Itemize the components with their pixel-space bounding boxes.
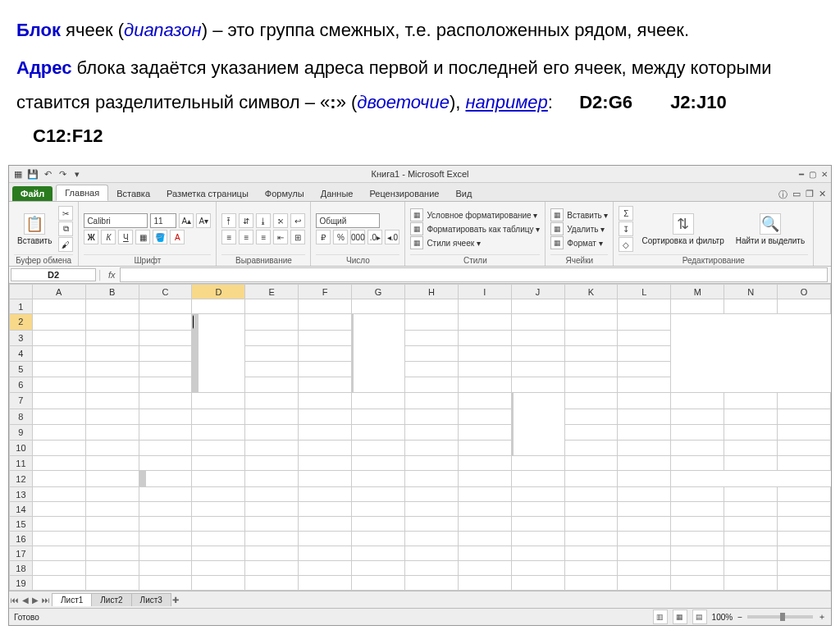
cell[interactable] <box>778 424 831 440</box>
cell[interactable] <box>458 299 511 314</box>
cell[interactable] <box>564 576 618 591</box>
cell[interactable] <box>352 456 405 471</box>
cell[interactable] <box>671 487 724 502</box>
cell[interactable] <box>352 424 405 440</box>
cell[interactable] <box>32 546 85 561</box>
cell[interactable] <box>85 393 139 409</box>
border-icon[interactable]: ▦ <box>135 230 150 244</box>
format-painter-icon[interactable]: 🖌 <box>58 237 73 252</box>
cell[interactable] <box>139 361 192 377</box>
row-header-14[interactable]: 14 <box>10 502 33 517</box>
cell[interactable] <box>458 440 511 456</box>
cell[interactable] <box>245 299 299 314</box>
cell[interactable] <box>512 409 514 424</box>
cell[interactable] <box>85 299 139 314</box>
cell[interactable] <box>618 409 671 424</box>
cell[interactable] <box>299 393 352 409</box>
cell[interactable] <box>671 456 724 471</box>
row-header-16[interactable]: 16 <box>10 532 33 546</box>
cell[interactable] <box>139 532 192 546</box>
cell[interactable] <box>778 561 831 576</box>
cell-styles-button[interactable]: ▦Стили ячеек ▾ <box>410 236 540 249</box>
view-break-icon[interactable]: ▤ <box>692 609 707 624</box>
save-icon[interactable]: 💾 <box>27 168 39 180</box>
col-header-E[interactable]: E <box>245 285 299 299</box>
cell[interactable] <box>352 561 405 576</box>
select-all-corner[interactable] <box>10 285 33 299</box>
col-header-A[interactable]: A <box>32 285 85 299</box>
cell[interactable] <box>671 502 724 517</box>
cell[interactable] <box>618 502 671 517</box>
col-header-B[interactable]: B <box>85 285 139 299</box>
cell[interactable] <box>458 471 511 487</box>
cell[interactable] <box>458 330 511 345</box>
cell[interactable] <box>724 576 778 591</box>
cell[interactable] <box>192 532 245 546</box>
cell[interactable] <box>32 561 85 576</box>
cell[interactable] <box>245 517 299 532</box>
cell[interactable] <box>511 546 564 561</box>
cell[interactable] <box>618 424 671 440</box>
cell[interactable] <box>32 314 85 331</box>
format-cells-button[interactable]: ▦Формат ▾ <box>550 236 608 249</box>
inc-decimal-icon[interactable]: .0▸ <box>368 230 382 244</box>
cell[interactable] <box>511 517 564 532</box>
cell[interactable] <box>618 314 671 331</box>
cell[interactable] <box>564 330 618 345</box>
cell[interactable] <box>458 517 511 532</box>
cell[interactable] <box>245 456 299 471</box>
col-header-N[interactable]: N <box>724 285 778 299</box>
cell[interactable] <box>564 471 618 487</box>
cell[interactable] <box>511 576 564 591</box>
cell[interactable] <box>511 471 564 487</box>
cell[interactable] <box>564 377 618 393</box>
cell[interactable] <box>404 409 458 424</box>
sort-filter-button[interactable]: ⇅Сортировка и фильтр <box>638 212 727 247</box>
cell[interactable] <box>299 377 352 393</box>
sheet-nav-first-icon[interactable]: ⏮ <box>9 596 21 605</box>
col-header-K[interactable]: K <box>564 285 618 299</box>
cell[interactable] <box>458 424 511 440</box>
row-header-13[interactable]: 13 <box>10 487 33 502</box>
cell[interactable] <box>564 532 618 546</box>
cell[interactable] <box>618 576 671 591</box>
cell[interactable] <box>724 409 778 424</box>
cell[interactable] <box>85 409 139 424</box>
font-size-select[interactable]: 11 <box>150 213 176 228</box>
cell[interactable] <box>671 424 724 440</box>
close-workbook-icon[interactable]: ✕ <box>819 189 826 201</box>
cell[interactable] <box>245 345 299 361</box>
cell[interactable] <box>618 471 671 487</box>
cell[interactable] <box>85 424 139 440</box>
cell[interactable] <box>139 456 192 471</box>
cell[interactable] <box>618 561 671 576</box>
cell[interactable] <box>404 517 458 532</box>
cell[interactable] <box>511 377 564 393</box>
cell[interactable] <box>139 502 192 517</box>
cell[interactable] <box>778 393 831 409</box>
view-normal-icon[interactable]: ▥ <box>653 609 668 624</box>
cell[interactable] <box>192 299 245 314</box>
cell[interactable] <box>32 456 85 471</box>
cell[interactable] <box>724 299 778 314</box>
cell[interactable] <box>32 345 85 361</box>
fill-icon[interactable]: ↧ <box>619 221 633 236</box>
cell[interactable] <box>458 377 511 393</box>
cell[interactable] <box>139 409 192 424</box>
row-header-8[interactable]: 8 <box>10 409 33 424</box>
cell[interactable] <box>458 561 511 576</box>
cell[interactable] <box>671 546 724 561</box>
cell[interactable] <box>458 393 511 409</box>
clear-icon[interactable]: ◇ <box>619 237 633 252</box>
cell[interactable] <box>32 409 85 424</box>
cell[interactable] <box>352 546 405 561</box>
align-left-icon[interactable]: ≡ <box>221 230 236 244</box>
cell[interactable] <box>618 330 671 345</box>
cell[interactable] <box>32 440 85 456</box>
sheet-tab-2[interactable]: Лист3 <box>131 593 171 606</box>
cell[interactable] <box>352 517 405 532</box>
cell[interactable] <box>32 424 85 440</box>
col-header-M[interactable]: M <box>671 285 724 299</box>
cell[interactable] <box>404 576 458 591</box>
bold-button[interactable]: Ж <box>84 230 98 244</box>
